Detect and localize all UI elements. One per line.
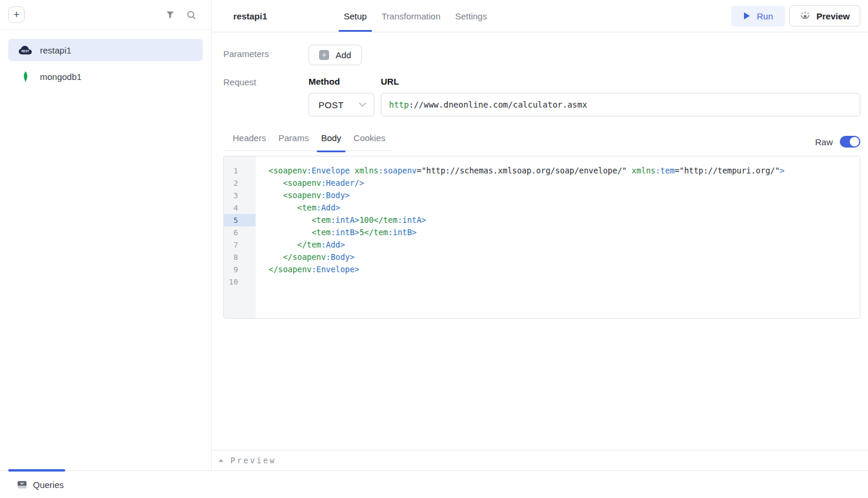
query-item-label: mongodb1 xyxy=(40,72,82,82)
code-line[interactable]: <tem:Add> xyxy=(269,202,860,214)
subtab-body[interactable]: Body xyxy=(321,133,341,143)
subtab-cookies[interactable]: Cookies xyxy=(354,133,386,143)
queries-active-indicator xyxy=(8,469,65,472)
run-button[interactable]: Run xyxy=(731,6,786,26)
line-number: 8 xyxy=(224,251,256,263)
query-list-item-mongodb1[interactable]: mongodb1 xyxy=(8,65,203,88)
query-list: REST restapi1 mongodb1 xyxy=(0,30,211,101)
tab-transformation[interactable]: Transformation xyxy=(381,0,440,32)
parameters-label: Parameters xyxy=(223,45,309,59)
raw-toggle[interactable] xyxy=(840,136,860,148)
request-subtabs: Headers Params Body Cookies xyxy=(223,133,391,151)
subtab-params[interactable]: Params xyxy=(279,133,309,143)
mongodb-icon xyxy=(18,71,33,83)
raw-label: Raw xyxy=(815,137,833,147)
code-line[interactable]: </soapenv:Body> xyxy=(269,251,860,263)
query-title: restapi1 xyxy=(233,11,344,21)
chevron-up-icon xyxy=(218,458,224,463)
add-parameter-button[interactable]: + Add xyxy=(309,45,362,65)
plus-icon: + xyxy=(319,50,329,60)
add-parameter-label: Add xyxy=(336,50,351,60)
line-number: 3 xyxy=(224,189,256,202)
query-sidebar: + REST restapi1 xyxy=(0,0,212,470)
svg-text:REST: REST xyxy=(22,50,29,53)
url-rest: ://www.dneonline.com/calculator.asmx xyxy=(409,100,587,109)
query-list-item-restapi1[interactable]: REST restapi1 xyxy=(8,39,203,61)
request-subtabs-row: Headers Params Body Cookies Raw xyxy=(223,133,860,151)
header-tabs: Setup Transformation Settings xyxy=(344,0,487,32)
raw-toggle-group: Raw xyxy=(815,136,860,151)
request-label: Request xyxy=(223,76,309,87)
preview-button[interactable]: Preview xyxy=(789,5,860,26)
url-label: URL xyxy=(381,76,860,87)
tab-setup[interactable]: Setup xyxy=(344,0,367,32)
method-label: Method xyxy=(309,76,374,87)
line-number: 7 xyxy=(224,239,256,251)
request-row: Request Method POST URL http://www.dneon… xyxy=(223,76,860,116)
code-line[interactable]: <soapenv:Header/> xyxy=(269,177,860,189)
eye-icon xyxy=(800,11,810,21)
line-number: 2 xyxy=(224,177,256,189)
subtab-headers[interactable]: Headers xyxy=(233,133,266,143)
preview-button-label: Preview xyxy=(816,11,850,21)
filter-icon[interactable] xyxy=(163,8,177,22)
queries-panel-toggle[interactable]: Queries xyxy=(17,480,64,490)
line-number: 5 xyxy=(224,214,256,226)
line-number: 10 xyxy=(224,276,256,288)
code-lines[interactable]: <soapenv:Envelope xmlns:soapenv="http://… xyxy=(256,156,860,318)
run-button-label: Run xyxy=(757,11,773,21)
sidebar-header: + xyxy=(0,0,211,30)
queries-label: Queries xyxy=(33,480,64,490)
app: + REST restapi1 xyxy=(0,0,868,470)
code-line[interactable]: <tem:intA>100</tem:intA> xyxy=(269,214,860,226)
code-line[interactable]: </tem:Add> xyxy=(269,239,860,251)
line-number: 9 xyxy=(224,263,256,276)
bottom-bar: Queries xyxy=(0,470,868,498)
query-item-label: restapi1 xyxy=(40,45,71,55)
code-line[interactable] xyxy=(269,276,860,288)
code-line[interactable]: <soapenv:Body> xyxy=(269,189,860,202)
play-icon xyxy=(743,12,750,20)
query-header: restapi1 Setup Transformation Settings R… xyxy=(212,0,868,32)
parameters-row: Parameters + Add xyxy=(223,45,860,65)
header-actions: Run Preview xyxy=(731,0,860,32)
url-column: URL http://www.dneonline.com/calculator.… xyxy=(381,76,860,116)
code-line[interactable]: <soapenv:Envelope xmlns:soapenv="http://… xyxy=(269,165,860,177)
rest-api-icon: REST xyxy=(18,45,33,55)
toggle-knob xyxy=(850,137,859,146)
chevron-down-icon xyxy=(358,100,367,109)
add-query-button[interactable]: + xyxy=(8,6,25,23)
queries-panel-icon xyxy=(17,480,27,490)
line-number: 1 xyxy=(224,165,256,177)
tab-settings[interactable]: Settings xyxy=(455,0,487,32)
method-select[interactable]: POST xyxy=(309,93,374,116)
url-input[interactable]: http://www.dneonline.com/calculator.asmx xyxy=(381,93,860,116)
code-line[interactable]: </soapenv:Envelope> xyxy=(269,263,860,276)
search-icon[interactable] xyxy=(184,8,198,22)
line-number: 6 xyxy=(224,226,256,239)
preview-panel-label: Preview xyxy=(230,456,276,465)
url-scheme: http xyxy=(389,100,409,109)
method-value: POST xyxy=(319,100,344,110)
query-editor-panel: restapi1 Setup Transformation Settings R… xyxy=(212,0,868,470)
line-number: 4 xyxy=(224,202,256,214)
preview-panel-toggle[interactable]: Preview xyxy=(212,450,868,470)
code-line[interactable]: <tem:intB>5</tem:intB> xyxy=(269,226,860,239)
editor-gutter: 12345678910 xyxy=(224,156,256,318)
method-column: Method POST xyxy=(309,76,374,116)
setup-content: Parameters + Add Request Method POST xyxy=(212,32,868,450)
body-code-editor[interactable]: 12345678910 <soapenv:Envelope xmlns:soap… xyxy=(223,156,860,319)
